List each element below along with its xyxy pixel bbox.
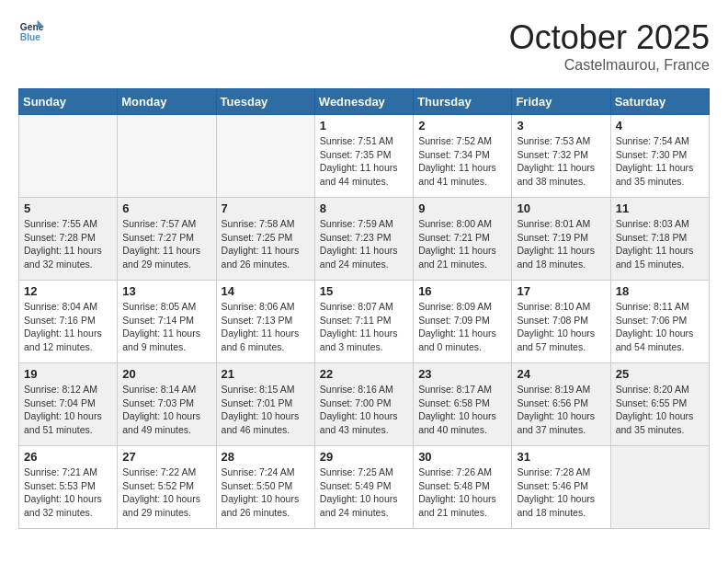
weekday-header-friday: Friday <box>512 89 610 115</box>
calendar-cell: 8Sunrise: 7:59 AM Sunset: 7:23 PM Daylig… <box>314 198 413 281</box>
day-number: 9 <box>418 201 506 215</box>
cell-info: Sunrise: 7:54 AM Sunset: 7:30 PM Dayligh… <box>616 134 704 189</box>
calendar-cell: 13Sunrise: 8:05 AM Sunset: 7:14 PM Dayli… <box>118 281 216 363</box>
calendar-cell: 15Sunrise: 8:07 AM Sunset: 7:11 PM Dayli… <box>314 281 413 363</box>
cell-info: Sunrise: 8:10 AM Sunset: 7:08 PM Dayligh… <box>517 300 605 354</box>
page-header: General Blue October 2025 Castelmaurou, … <box>18 18 710 74</box>
calendar-cell: 28Sunrise: 7:24 AM Sunset: 5:50 PM Dayli… <box>216 446 314 529</box>
calendar-cell: 12Sunrise: 8:04 AM Sunset: 7:16 PM Dayli… <box>19 281 118 363</box>
calendar-cell: 3Sunrise: 7:53 AM Sunset: 7:32 PM Daylig… <box>512 115 610 198</box>
calendar-table: SundayMondayTuesdayWednesdayThursdayFrid… <box>18 88 710 529</box>
calendar-cell: 27Sunrise: 7:22 AM Sunset: 5:52 PM Dayli… <box>118 446 216 529</box>
cell-info: Sunrise: 7:28 AM Sunset: 5:46 PM Dayligh… <box>517 465 605 520</box>
logo-icon: General Blue <box>18 18 44 44</box>
cell-info: Sunrise: 8:14 AM Sunset: 7:03 PM Dayligh… <box>122 383 210 437</box>
cell-info: Sunrise: 8:12 AM Sunset: 7:04 PM Dayligh… <box>24 383 112 437</box>
calendar-cell <box>118 115 216 198</box>
weekday-header-tuesday: Tuesday <box>216 89 314 115</box>
calendar-cell: 17Sunrise: 8:10 AM Sunset: 7:08 PM Dayli… <box>512 281 610 363</box>
day-number: 31 <box>517 450 605 464</box>
calendar-cell: 21Sunrise: 8:15 AM Sunset: 7:01 PM Dayli… <box>216 363 314 446</box>
cell-info: Sunrise: 7:21 AM Sunset: 5:53 PM Dayligh… <box>24 465 112 520</box>
calendar-cell: 4Sunrise: 7:54 AM Sunset: 7:30 PM Daylig… <box>610 115 709 198</box>
day-number: 15 <box>320 284 408 298</box>
calendar-cell <box>19 115 118 198</box>
day-number: 21 <box>222 367 310 381</box>
calendar-week-row: 12Sunrise: 8:04 AM Sunset: 7:16 PM Dayli… <box>19 281 710 363</box>
cell-info: Sunrise: 8:04 AM Sunset: 7:16 PM Dayligh… <box>24 300 112 354</box>
calendar-cell: 31Sunrise: 7:28 AM Sunset: 5:46 PM Dayli… <box>512 446 610 529</box>
day-number: 24 <box>517 367 605 381</box>
calendar-cell: 18Sunrise: 8:11 AM Sunset: 7:06 PM Dayli… <box>610 281 709 363</box>
calendar-cell: 29Sunrise: 7:25 AM Sunset: 5:49 PM Dayli… <box>314 446 413 529</box>
day-number: 2 <box>418 119 506 132</box>
cell-info: Sunrise: 8:03 AM Sunset: 7:18 PM Dayligh… <box>616 217 704 271</box>
cell-info: Sunrise: 7:58 AM Sunset: 7:25 PM Dayligh… <box>222 217 310 271</box>
calendar-week-row: 19Sunrise: 8:12 AM Sunset: 7:04 PM Dayli… <box>19 363 710 446</box>
calendar-cell: 20Sunrise: 8:14 AM Sunset: 7:03 PM Dayli… <box>118 363 216 446</box>
cell-info: Sunrise: 8:05 AM Sunset: 7:14 PM Dayligh… <box>122 300 210 354</box>
cell-info: Sunrise: 7:57 AM Sunset: 7:27 PM Dayligh… <box>122 217 210 271</box>
cell-info: Sunrise: 7:53 AM Sunset: 7:32 PM Dayligh… <box>517 134 605 189</box>
cell-info: Sunrise: 8:06 AM Sunset: 7:13 PM Dayligh… <box>222 300 310 354</box>
svg-text:Blue: Blue <box>20 32 41 42</box>
calendar-cell: 26Sunrise: 7:21 AM Sunset: 5:53 PM Dayli… <box>19 446 118 529</box>
day-number: 10 <box>517 201 605 215</box>
weekday-header-row: SundayMondayTuesdayWednesdayThursdayFrid… <box>19 89 710 115</box>
day-number: 28 <box>222 450 310 464</box>
weekday-header-wednesday: Wednesday <box>314 89 413 115</box>
calendar-cell: 5Sunrise: 7:55 AM Sunset: 7:28 PM Daylig… <box>19 198 118 281</box>
calendar-cell: 19Sunrise: 8:12 AM Sunset: 7:04 PM Dayli… <box>19 363 118 446</box>
cell-info: Sunrise: 7:26 AM Sunset: 5:48 PM Dayligh… <box>418 465 506 520</box>
day-number: 7 <box>222 201 310 215</box>
calendar-week-row: 1Sunrise: 7:51 AM Sunset: 7:35 PM Daylig… <box>19 115 710 198</box>
cell-info: Sunrise: 8:01 AM Sunset: 7:19 PM Dayligh… <box>517 217 605 271</box>
day-number: 8 <box>320 201 408 215</box>
cell-info: Sunrise: 8:16 AM Sunset: 7:00 PM Dayligh… <box>320 383 408 437</box>
cell-info: Sunrise: 8:15 AM Sunset: 7:01 PM Dayligh… <box>222 383 310 437</box>
day-number: 25 <box>616 367 704 381</box>
calendar-week-row: 26Sunrise: 7:21 AM Sunset: 5:53 PM Dayli… <box>19 446 710 529</box>
day-number: 11 <box>616 201 704 215</box>
cell-info: Sunrise: 8:00 AM Sunset: 7:21 PM Dayligh… <box>418 217 506 271</box>
title-block: October 2025 Castelmaurou, France <box>509 18 710 74</box>
calendar-cell: 24Sunrise: 8:19 AM Sunset: 6:56 PM Dayli… <box>512 363 610 446</box>
cell-info: Sunrise: 7:55 AM Sunset: 7:28 PM Dayligh… <box>24 217 112 271</box>
calendar-cell: 11Sunrise: 8:03 AM Sunset: 7:18 PM Dayli… <box>610 198 709 281</box>
calendar-cell: 16Sunrise: 8:09 AM Sunset: 7:09 PM Dayli… <box>414 281 512 363</box>
cell-info: Sunrise: 7:59 AM Sunset: 7:23 PM Dayligh… <box>320 217 408 271</box>
cell-info: Sunrise: 7:22 AM Sunset: 5:52 PM Dayligh… <box>122 465 210 520</box>
day-number: 1 <box>320 119 408 132</box>
weekday-header-thursday: Thursday <box>414 89 512 115</box>
day-number: 12 <box>24 284 112 298</box>
calendar-cell: 30Sunrise: 7:26 AM Sunset: 5:48 PM Dayli… <box>414 446 512 529</box>
cell-info: Sunrise: 7:51 AM Sunset: 7:35 PM Dayligh… <box>320 134 408 189</box>
day-number: 4 <box>616 119 704 132</box>
month-title: October 2025 <box>509 18 710 57</box>
calendar-cell: 22Sunrise: 8:16 AM Sunset: 7:00 PM Dayli… <box>314 363 413 446</box>
calendar-week-row: 5Sunrise: 7:55 AM Sunset: 7:28 PM Daylig… <box>19 198 710 281</box>
cell-info: Sunrise: 7:25 AM Sunset: 5:49 PM Dayligh… <box>320 465 408 520</box>
weekday-header-monday: Monday <box>118 89 216 115</box>
day-number: 27 <box>122 450 210 464</box>
day-number: 3 <box>517 119 605 132</box>
day-number: 22 <box>320 367 408 381</box>
day-number: 18 <box>616 284 704 298</box>
cell-info: Sunrise: 8:17 AM Sunset: 6:58 PM Dayligh… <box>418 383 506 437</box>
calendar-cell: 1Sunrise: 7:51 AM Sunset: 7:35 PM Daylig… <box>314 115 413 198</box>
cell-info: Sunrise: 8:19 AM Sunset: 6:56 PM Dayligh… <box>517 383 605 437</box>
weekday-header-sunday: Sunday <box>19 89 118 115</box>
day-number: 5 <box>24 201 112 215</box>
day-number: 30 <box>418 450 506 464</box>
day-number: 20 <box>122 367 210 381</box>
day-number: 19 <box>24 367 112 381</box>
calendar-cell: 14Sunrise: 8:06 AM Sunset: 7:13 PM Dayli… <box>216 281 314 363</box>
day-number: 16 <box>418 284 506 298</box>
calendar-cell: 10Sunrise: 8:01 AM Sunset: 7:19 PM Dayli… <box>512 198 610 281</box>
cell-info: Sunrise: 8:09 AM Sunset: 7:09 PM Dayligh… <box>418 300 506 354</box>
calendar-cell: 25Sunrise: 8:20 AM Sunset: 6:55 PM Dayli… <box>610 363 709 446</box>
weekday-header-saturday: Saturday <box>610 89 709 115</box>
calendar-cell: 6Sunrise: 7:57 AM Sunset: 7:27 PM Daylig… <box>118 198 216 281</box>
day-number: 6 <box>122 201 210 215</box>
cell-info: Sunrise: 7:52 AM Sunset: 7:34 PM Dayligh… <box>418 134 506 189</box>
